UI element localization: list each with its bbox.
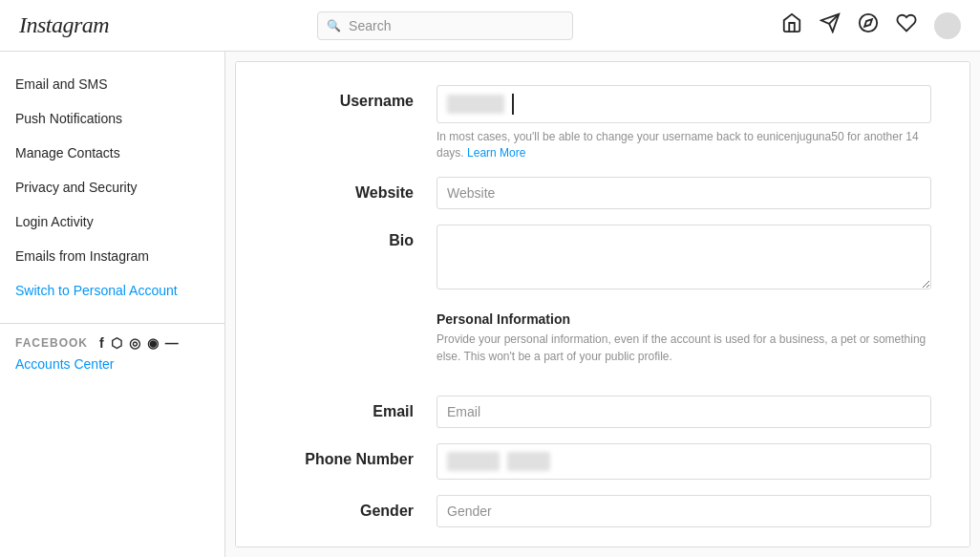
heart-icon[interactable] (896, 12, 917, 38)
sidebar-item-manage-contacts[interactable]: Manage Contacts (0, 136, 224, 170)
sidebar-facebook-section: FACEBOOK f ⬡ ◎ ◉ — Accounts Center (0, 323, 224, 383)
avatar[interactable] (934, 12, 961, 39)
website-field (437, 177, 931, 209)
sidebar-item-email-sms[interactable]: Email and SMS (0, 67, 224, 101)
compass-icon[interactable] (858, 12, 879, 38)
search-icon: 🔍 (327, 19, 341, 32)
facebook-title: FACEBOOK f ⬡ ◎ ◉ — (15, 335, 209, 351)
gender-field-wrap (437, 495, 931, 527)
header-icons (781, 12, 961, 39)
sidebar-item-switch-personal[interactable]: Switch to Personal Account (0, 273, 224, 308)
similar-accounts-label: Similar Account Suggestions (274, 543, 437, 547)
username-field: In most cases, you'll be able to change … (437, 85, 931, 161)
username-label: Username (274, 85, 437, 110)
phone-row: Phone Number (274, 443, 931, 480)
email-field-wrap (437, 396, 931, 428)
email-label: Email (274, 396, 437, 420)
bio-row: Bio (274, 225, 931, 292)
gender-input[interactable] (437, 495, 931, 527)
phone-blur-2 (507, 452, 550, 471)
sidebar-item-login-activity[interactable]: Login Activity (0, 204, 224, 239)
personal-info-block: Personal Information Provide your person… (437, 308, 931, 365)
email-input[interactable] (437, 396, 931, 428)
website-label: Website (274, 177, 437, 202)
search-container: 🔍 (317, 11, 573, 40)
username-separator (512, 94, 514, 115)
form-area: Username In most cases, you'll be able t… (235, 61, 970, 547)
personal-info-heading: Personal Information (437, 311, 931, 327)
website-input[interactable] (437, 177, 931, 209)
username-row: Username In most cases, you'll be able t… (274, 85, 931, 161)
phone-label: Phone Number (274, 443, 437, 468)
personal-info-desc: Provide your personal information, even … (437, 331, 931, 365)
phone-blur-1 (447, 452, 500, 471)
svg-point-2 (860, 14, 877, 32)
send-icon[interactable] (820, 12, 841, 38)
similar-accounts-field: ✓ Include your account when recommending… (437, 543, 931, 547)
facebook-icon: f (99, 335, 105, 351)
facebook-icons: f ⬡ ◎ ◉ — (99, 335, 180, 351)
sidebar-item-privacy-security[interactable]: Privacy and Security (0, 170, 224, 204)
email-row: Email (274, 396, 931, 428)
svg-marker-3 (864, 19, 872, 27)
gender-label: Gender (274, 495, 437, 520)
home-icon[interactable] (781, 12, 802, 38)
sidebar-item-emails-instagram[interactable]: Emails from Instagram (0, 239, 224, 273)
app-header: Instagram 🔍 (0, 0, 980, 52)
username-blur-1 (447, 95, 504, 114)
link-icon: — (165, 335, 180, 351)
accounts-center-link[interactable]: Accounts Center (15, 356, 115, 372)
whatsapp-icon: ◉ (147, 335, 160, 351)
personal-info-spacer (274, 308, 437, 315)
bio-field (437, 225, 931, 292)
website-row: Website (274, 177, 931, 209)
bio-input[interactable] (437, 225, 931, 289)
username-helper-text: In most cases, you'll be able to change … (437, 129, 931, 161)
bio-label: Bio (274, 225, 437, 249)
instagram-small-icon: ⬡ (111, 335, 123, 351)
learn-more-link[interactable]: Learn More (467, 146, 525, 160)
personal-info-row: Personal Information Provide your person… (274, 308, 931, 380)
instagram-logo: Instagram (19, 12, 109, 38)
similar-accounts-row: Similar Account Suggestions ✓ Include yo… (274, 543, 931, 547)
main-content: Email and SMS Push Notifications Manage … (0, 52, 980, 557)
messenger-icon: ◎ (129, 335, 141, 351)
gender-row: Gender (274, 495, 931, 527)
search-input[interactable] (317, 11, 573, 40)
phone-field-wrap (437, 443, 931, 480)
sidebar-item-push-notifications[interactable]: Push Notifications (0, 101, 224, 136)
sidebar: Email and SMS Push Notifications Manage … (0, 52, 225, 557)
